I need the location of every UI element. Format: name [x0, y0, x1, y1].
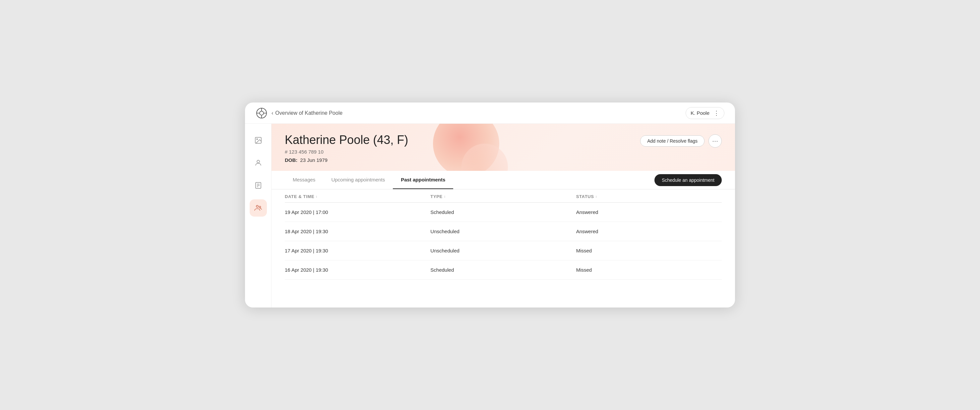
svg-point-8	[257, 160, 259, 163]
app-logo-icon	[256, 107, 267, 119]
top-bar: ‹ Overview of Katherine Poole K. Poole ⋮	[245, 102, 735, 124]
dob-section: DOB: 23 Jun 1979	[285, 157, 408, 163]
patient-name: Katherine Poole (43, F)	[285, 133, 408, 147]
back-button[interactable]: ‹ Overview of Katherine Poole	[272, 110, 342, 116]
sort-icon-status[interactable]: ↕	[595, 195, 597, 198]
user-menu-label: K. Poole	[690, 110, 710, 116]
content-area: Katherine Poole (43, F) # 123 456 789 10…	[272, 124, 735, 308]
cell-status: Missed	[576, 248, 722, 254]
cell-status: Answered	[576, 228, 722, 234]
cell-type: Unscheduled	[430, 248, 576, 254]
main-layout: Katherine Poole (43, F) # 123 456 789 10…	[245, 124, 735, 308]
table-row[interactable]: 16 Apr 2020 | 19:30 Scheduled Missed	[285, 260, 722, 280]
user-menu-dots-icon: ⋮	[713, 110, 719, 117]
col-header-type: Type ↕	[430, 194, 576, 199]
table-header: Date & time ↕ Type ↕ STATUS ↕	[285, 190, 722, 203]
table-rows-container: 19 Apr 2020 | 17:00 Scheduled Answered 1…	[285, 203, 722, 280]
cell-datetime: 19 Apr 2020 | 17:00	[285, 209, 430, 215]
cell-type: Scheduled	[430, 209, 576, 215]
tabs-bar: Messages Upcoming appointments Past appo…	[272, 171, 735, 190]
sidebar	[245, 124, 272, 308]
col-header-status: STATUS ↕	[576, 194, 722, 199]
cell-type: Unscheduled	[430, 228, 576, 234]
cell-status: Answered	[576, 209, 722, 215]
cell-datetime: 17 Apr 2020 | 19:30	[285, 248, 430, 254]
table-row[interactable]: 18 Apr 2020 | 19:30 Unscheduled Answered	[285, 222, 722, 241]
page-title: Overview of Katherine Poole	[275, 110, 342, 116]
user-menu-button[interactable]: K. Poole ⋮	[686, 107, 724, 119]
app-container: ‹ Overview of Katherine Poole K. Poole ⋮	[245, 102, 735, 308]
dob-label: DOB:	[285, 157, 298, 163]
sidebar-item-patients[interactable]	[250, 199, 267, 217]
sort-icon-type[interactable]: ↕	[444, 195, 446, 198]
cell-status: Missed	[576, 267, 722, 273]
svg-point-14	[259, 206, 261, 208]
patient-id: # 123 456 789 10	[285, 149, 408, 155]
table-row[interactable]: 19 Apr 2020 | 17:00 Scheduled Answered	[285, 203, 722, 222]
top-bar-left: ‹ Overview of Katherine Poole	[256, 107, 342, 119]
svg-point-7	[257, 139, 258, 140]
tab-messages[interactable]: Messages	[285, 171, 323, 189]
sort-icon-datetime[interactable]: ↕	[316, 195, 318, 198]
more-options-button[interactable]: ⋯	[708, 134, 722, 148]
patient-header: Katherine Poole (43, F) # 123 456 789 10…	[272, 124, 735, 171]
table-row[interactable]: 17 Apr 2020 | 19:30 Unscheduled Missed	[285, 241, 722, 260]
svg-point-13	[256, 205, 258, 207]
tab-past[interactable]: Past appointments	[393, 171, 453, 189]
cell-datetime: 18 Apr 2020 | 19:30	[285, 228, 430, 234]
svg-point-1	[259, 111, 264, 115]
cell-datetime: 16 Apr 2020 | 19:30	[285, 267, 430, 273]
header-actions: Add note / Resolve flags ⋯	[640, 134, 722, 148]
sidebar-item-images[interactable]	[250, 132, 267, 149]
cell-type: Scheduled	[430, 267, 576, 273]
dob-value: 23 Jun 1979	[300, 157, 328, 163]
back-arrow-icon: ‹	[272, 110, 273, 116]
add-note-button[interactable]: Add note / Resolve flags	[640, 136, 705, 147]
schedule-appointment-button[interactable]: Schedule an appointment	[654, 174, 722, 186]
patient-info: Katherine Poole (43, F) # 123 456 789 10…	[285, 133, 408, 163]
col-header-datetime: Date & time ↕	[285, 194, 430, 199]
appointments-table: Date & time ↕ Type ↕ STATUS ↕ 19 Apr 202…	[272, 190, 735, 308]
sidebar-item-notes[interactable]	[250, 177, 267, 194]
sidebar-item-person[interactable]	[250, 154, 267, 171]
tabs-left: Messages Upcoming appointments Past appo…	[285, 171, 453, 189]
tab-upcoming[interactable]: Upcoming appointments	[323, 171, 393, 189]
